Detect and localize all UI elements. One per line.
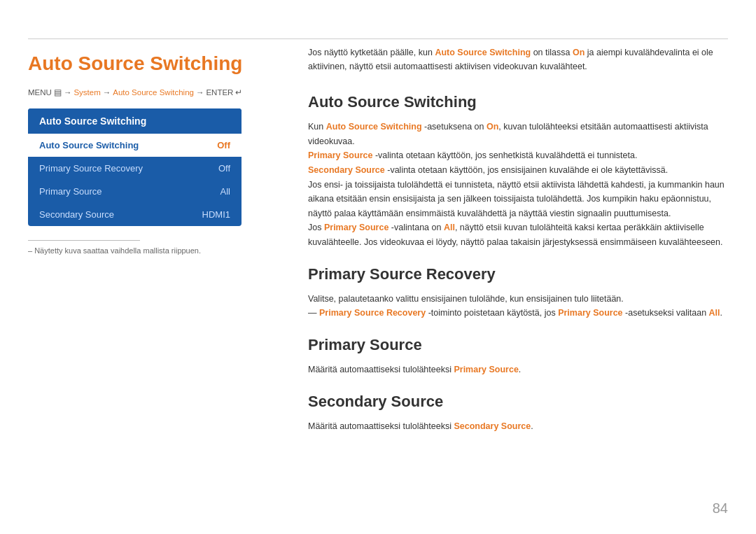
page-title: Auto Source Switching (28, 52, 280, 75)
intro-highlight1: Auto Source Switching (435, 48, 531, 57)
menu-item-value: HDMI1 (202, 209, 230, 220)
breadcrumb: MENU ▤ → System → Auto Source Switching … (28, 87, 280, 97)
menu-box-title: Auto Source Switching (28, 108, 241, 134)
left-panel: Auto Source Switching MENU ▤ → System → … (28, 45, 280, 255)
section-body-primary-source: Määritä automaattiseksi tulolähteeksi Pr… (308, 363, 728, 377)
intro-text: Jos näyttö kytketään päälle, kun Auto So… (308, 45, 728, 73)
breadcrumb-enter: ENTER (206, 88, 233, 97)
menu-box: Auto Source Switching Auto Source Switch… (28, 108, 241, 226)
breadcrumb-auto-source: Auto Source Switching (113, 88, 194, 97)
menu-item-value: Off (218, 163, 230, 174)
breadcrumb-enter-icon: ↵ (235, 87, 242, 97)
menu-item-label: Primary Source (39, 186, 102, 197)
menu-item-label: Primary Source Recovery (39, 163, 143, 174)
menu-item-label: Auto Source Switching (39, 140, 139, 150)
section-secondary-source: Secondary Source Määritä automaattiseksi… (308, 393, 728, 434)
section-body-primary-source-recovery: Valitse, palautetaanko valittu ensisijai… (308, 292, 728, 321)
breadcrumb-arrow1: → (64, 88, 72, 97)
section-title-secondary-source: Secondary Source (308, 393, 728, 411)
menu-item-value: Off (217, 140, 230, 150)
section-primary-source-recovery: Primary Source Recovery Valitse, palaute… (308, 265, 728, 321)
menu-item-auto-source-switching[interactable]: Auto Source Switching Off (28, 134, 241, 157)
top-divider (28, 38, 728, 39)
breadcrumb-menu-icon: ▤ (54, 87, 62, 97)
page-number: 84 (713, 500, 728, 517)
section-title-auto-source-switching: Auto Source Switching (308, 93, 728, 111)
breadcrumb-arrow2: → (103, 88, 111, 97)
section-title-primary-source: Primary Source (308, 336, 728, 354)
intro-highlight2: On (573, 48, 584, 57)
menu-item-secondary-source[interactable]: Secondary Source HDMI1 (28, 203, 241, 226)
menu-item-label: Secondary Source (39, 209, 114, 220)
section-body-auto-source-switching: Kun Auto Source Switching -asetuksena on… (308, 120, 728, 250)
breadcrumb-arrow3: → (196, 88, 204, 97)
section-title-primary-source-recovery: Primary Source Recovery (308, 265, 728, 283)
menu-item-primary-source[interactable]: Primary Source All (28, 180, 241, 203)
breadcrumb-menu: MENU (28, 88, 52, 97)
section-primary-source: Primary Source Määritä automaattiseksi t… (308, 336, 728, 377)
section-auto-source-switching: Auto Source Switching Kun Auto Source Sw… (308, 93, 728, 250)
section-body-secondary-source: Määritä automaattiseksi tulolähteeksi Se… (308, 419, 728, 434)
footnote-divider (28, 240, 140, 241)
footnote: – Näytetty kuva saattaa vaihdella mallis… (28, 246, 280, 255)
breadcrumb-system: System (74, 88, 100, 97)
menu-item-value: All (220, 186, 230, 197)
right-panel: Jos näyttö kytketään päälle, kun Auto So… (308, 45, 728, 449)
menu-item-primary-source-recovery[interactable]: Primary Source Recovery Off (28, 157, 241, 180)
